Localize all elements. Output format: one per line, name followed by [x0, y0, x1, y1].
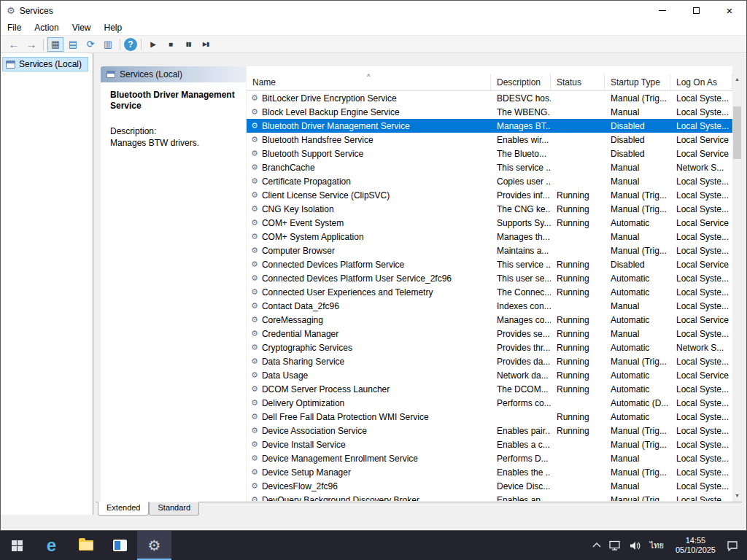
service-startup-type: Manual [605, 163, 670, 173]
show-console-tree-icon[interactable]: ▦ [47, 37, 63, 52]
tab-standard[interactable]: Standard [149, 502, 199, 516]
service-logon-as: Local Service [670, 149, 732, 159]
service-description: Provides thr... [491, 343, 551, 353]
service-gear-icon: ⚙ [251, 260, 258, 269]
tab-extended[interactable]: Extended [98, 502, 149, 516]
table-row[interactable]: ⚙Device Association ServiceEnables pair.… [247, 424, 732, 438]
stop-service-icon[interactable]: ■ [163, 37, 179, 52]
pause-service-icon[interactable]: ▮▮ [180, 37, 196, 52]
taskbar-edge-button[interactable]: e [34, 531, 69, 560]
table-row[interactable]: ⚙CNG Key IsolationThe CNG ke...RunningMa… [247, 202, 732, 216]
service-startup-type: Automatic [605, 384, 670, 394]
windows-logo-icon [12, 540, 23, 551]
menu-view[interactable]: View [66, 21, 98, 34]
table-row[interactable]: ⚙Connected Devices Platform User Service… [247, 271, 732, 285]
table-row[interactable]: ⚙Bluetooth Handsfree ServiceEnables wir.… [247, 133, 732, 147]
service-logon-as: Local Syste... [670, 412, 732, 422]
table-row[interactable]: ⚙Client License Service (ClipSVC)Provide… [247, 188, 732, 202]
restart-service-icon[interactable]: ▶▮ [198, 37, 214, 52]
menu-action[interactable]: Action [28, 21, 65, 34]
table-row[interactable]: ⚙Credential ManagerProvides se...Running… [247, 327, 732, 341]
service-name: Connected Devices Platform User Service_… [262, 273, 452, 284]
menu-help[interactable]: Help [98, 21, 129, 34]
table-row[interactable]: ⚙Computer BrowserMaintains a...Manual (T… [247, 244, 732, 257]
table-row[interactable]: ⚙DevicesFlow_2fc96Device Disc...ManualLo… [247, 479, 732, 493]
column-header-label: Status [557, 77, 581, 88]
column-header-startup-type[interactable]: Startup Type [605, 74, 670, 90]
table-row[interactable]: ⚙DCOM Server Process LauncherThe DCOM...… [247, 382, 732, 396]
volume-icon[interactable] [628, 541, 643, 551]
toolbar-separator [141, 39, 142, 50]
service-startup-type: Disabled [605, 121, 670, 131]
service-name: Device Install Service [262, 440, 346, 450]
table-row[interactable]: ⚙Block Level Backup Engine ServiceThe WB… [247, 105, 732, 119]
column-header-status[interactable]: Status [551, 74, 605, 90]
maximize-button[interactable] [679, 1, 713, 20]
table-row[interactable]: ⚙COM+ Event SystemSupports Sy...RunningA… [247, 216, 732, 230]
notification-center-icon[interactable] [725, 540, 740, 551]
start-button[interactable] [0, 531, 34, 560]
tray-chevron-up-icon[interactable] [591, 542, 603, 548]
service-logon-as: Local Syste... [670, 426, 732, 436]
service-status: Running [551, 357, 605, 367]
service-gear-icon: ⚙ [251, 232, 258, 241]
table-row[interactable]: ⚙Bluetooth Driver Management ServiceMana… [247, 119, 732, 133]
column-header-log-on-as[interactable]: Log On As [670, 74, 732, 90]
table-row[interactable]: ⚙DevQuery Background Discovery BrokerEna… [247, 493, 732, 501]
service-name: Contact Data_2fc96 [262, 301, 339, 311]
service-logon-as: Local Syste... [670, 357, 732, 367]
language-indicator[interactable]: ไทย [648, 539, 666, 552]
vertical-scrollbar[interactable]: ▲ ▼ [732, 74, 742, 501]
service-logon-as: Local Syste... [670, 176, 732, 187]
table-row[interactable]: ⚙Connected User Experiences and Telemetr… [247, 285, 732, 299]
service-name: CoreMessaging [262, 315, 323, 325]
help-icon[interactable]: ? [124, 38, 137, 51]
column-header-name[interactable]: Name^ [247, 74, 491, 90]
table-row[interactable]: ⚙CoreMessagingManages co...RunningAutoma… [247, 313, 732, 327]
taskbar-services-button[interactable]: ⚙ [137, 531, 171, 560]
table-row[interactable]: ⚙Dell Free Fall Data Protection WMI Serv… [247, 410, 732, 424]
menubar: FileActionViewHelp [1, 20, 746, 35]
table-row[interactable]: ⚙Cryptographic ServicesProvides thr...Ru… [247, 341, 732, 354]
service-description: Enables ap... [491, 495, 551, 502]
back-icon[interactable]: ← [6, 37, 22, 52]
column-header-description[interactable]: Description [491, 74, 551, 90]
service-startup-type: Manual [605, 481, 670, 491]
table-row[interactable]: ⚙Certificate PropagationCopies user ...M… [247, 174, 732, 188]
refresh-icon[interactable]: ⟳ [82, 37, 98, 52]
table-row[interactable]: ⚙COM+ System ApplicationManages th...Man… [247, 230, 732, 244]
scrollbar-thumb[interactable] [733, 106, 741, 159]
table-row[interactable]: ⚙Data Sharing ServiceProvides da...Runni… [247, 354, 732, 368]
service-gear-icon: ⚙ [251, 454, 258, 463]
table-row[interactable]: ⚙Bluetooth Support ServiceThe Blueto...D… [247, 147, 732, 160]
table-row[interactable]: ⚙Device Setup ManagerEnables the ...Manu… [247, 465, 732, 479]
table-row[interactable]: ⚙BitLocker Drive Encryption ServiceBDESV… [247, 91, 732, 105]
service-startup-type: Manual [605, 107, 670, 117]
table-row[interactable]: ⚙Delivery OptimizationPerforms co...Auto… [247, 396, 732, 410]
scroll-down-arrow[interactable]: ▼ [732, 490, 742, 501]
service-gear-icon: ⚙ [251, 204, 258, 214]
table-row[interactable]: ⚙Device Management Enrollment ServicePer… [247, 451, 732, 465]
table-row[interactable]: ⚙Data UsageNetwork da...RunningAutomatic… [247, 368, 732, 382]
tree-item-services-local[interactable]: Services (Local) [2, 57, 88, 71]
table-row[interactable]: ⚙Device Install ServiceEnables a c...Man… [247, 438, 732, 451]
table-row[interactable]: ⚙Connected Devices Platform ServiceThis … [247, 257, 732, 271]
close-button[interactable]: × [713, 1, 746, 20]
minimize-button[interactable] [646, 1, 679, 20]
scroll-up-arrow[interactable]: ▲ [732, 74, 742, 85]
service-status: Running [551, 412, 605, 422]
menu-file[interactable]: File [1, 21, 28, 34]
export-list-icon[interactable]: ▥ [100, 37, 116, 52]
taskbar-file-explorer-button[interactable] [69, 531, 103, 560]
start-service-icon[interactable]: ▶ [145, 37, 161, 52]
network-icon[interactable] [608, 540, 623, 551]
services-app-icon: ⚙ [7, 5, 15, 16]
table-row[interactable]: ⚙Contact Data_2fc96Indexes con...ManualL… [247, 299, 732, 313]
taskbar-clock[interactable]: 14:55 05/10/2025 [671, 536, 720, 555]
service-startup-type: Disabled [605, 260, 670, 270]
service-gear-icon: ⚙ [251, 121, 258, 131]
properties-icon[interactable]: ▤ [65, 37, 81, 52]
forward-icon[interactable]: → [23, 37, 39, 52]
table-row[interactable]: ⚙BranchCacheThis service ...ManualNetwor… [247, 160, 732, 174]
taskbar-app-button[interactable] [103, 531, 137, 560]
